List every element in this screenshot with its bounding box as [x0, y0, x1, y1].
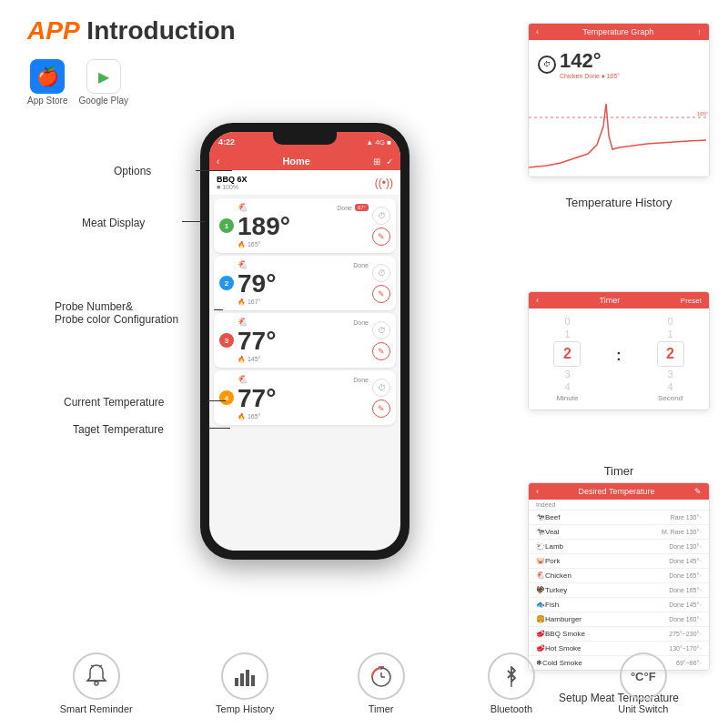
- timer-minutes-col: 0 1 2 3 4 Minute: [553, 316, 581, 402]
- done-badge-1: 67°: [355, 204, 369, 211]
- back-arrow-graph[interactable]: ‹: [536, 27, 539, 36]
- veal-icon: 🐄: [536, 528, 545, 536]
- probe-left-3: 3: [219, 333, 234, 348]
- svg-rect-8: [235, 678, 238, 686]
- check-icon[interactable]: ✓: [386, 157, 393, 167]
- hamburger-name: Hamburger: [545, 615, 669, 623]
- meat-row-pork[interactable]: 🐷 Pork Done 145° ›: [529, 554, 709, 569]
- unit-switch-icon-circle: °C°F: [620, 652, 667, 700]
- beef-arrow: ›: [699, 513, 702, 521]
- back-arrow-timer[interactable]: ‹: [536, 296, 539, 305]
- share-icon-graph[interactable]: ↑: [697, 27, 702, 36]
- probe-done-2: Done: [353, 262, 369, 268]
- timer-seconds[interactable]: 2: [657, 341, 684, 367]
- meat-row-beef[interactable]: 🐄 Beef Rare 130° ›: [529, 511, 709, 525]
- turkey-arrow: ›: [699, 586, 702, 594]
- timer-separator: :: [616, 348, 621, 364]
- probe-number-3: 3: [219, 333, 234, 348]
- google-icon: ▶: [86, 59, 121, 94]
- meat-row-fish[interactable]: 🐟 Fish Done 145° ›: [529, 598, 709, 612]
- beef-icon: 🐄: [536, 513, 545, 521]
- probe-left-1: 1: [219, 218, 234, 233]
- fish-arrow: ›: [699, 601, 702, 609]
- timer-min-above2: 1: [564, 329, 570, 339]
- phone-notch: [273, 132, 337, 145]
- phone-container: 4:22 ▲ 4G ■ ‹ Home ⊞ ✓ BBQ 6X ■ 100% ((•…: [200, 123, 410, 560]
- edit-icon-meat[interactable]: ✎: [694, 487, 702, 496]
- bottom-item-bluetooth[interactable]: Bluetooth: [488, 652, 535, 714]
- pork-name: Pork: [545, 557, 669, 565]
- meat-row-chicken[interactable]: 🐔 Chicken Done 165° ›: [529, 569, 709, 583]
- chicken-name: Chicken: [545, 571, 669, 580]
- probe-alert-btn-1[interactable]: ⏱: [372, 207, 390, 225]
- turkey-name: Turkey: [545, 586, 669, 594]
- probe-edit-btn-4[interactable]: ✎: [372, 399, 390, 418]
- lamb-temp: Done 130°: [669, 543, 699, 550]
- back-arrow-meat[interactable]: ‹: [536, 487, 539, 496]
- app-header: ‹ Home ⊞ ✓: [209, 152, 400, 170]
- meat-panel: ‹ Desired Temperature ✎ Indeed 🐄 Beef Ra…: [528, 482, 710, 671]
- chicken-arrow: ›: [699, 571, 702, 580]
- probe-mid-4: 🐔 Done 77° 🔥 165°: [234, 375, 372, 420]
- probe-card-2: 2 🐔 Done 79° 🔥 167° ⏱ ✎: [214, 256, 396, 310]
- bottom-item-temp-history[interactable]: Temp History: [216, 652, 274, 714]
- timer-second-label: Second: [658, 394, 682, 402]
- probe-edit-btn-1[interactable]: ✎: [372, 228, 390, 246]
- probe-config-label: Probe Number&: [55, 300, 178, 313]
- menu-icon[interactable]: ⊞: [373, 157, 380, 167]
- probe-alert-btn-4[interactable]: ⏱: [372, 379, 390, 397]
- hamburger-icon: 🍔: [536, 615, 545, 623]
- temp-graph-body: ⏱ 142° Chicken Done ♦ 165° 165°: [529, 40, 709, 177]
- meat-row-bbq[interactable]: 🥩 BBQ Smoke 275°~230° ›: [529, 627, 709, 642]
- timer-panel: ‹ Timer Preset 0 1 2 3 4 Minute : 0 1 2 …: [528, 291, 710, 410]
- veal-temp: M. Rare 130°: [662, 529, 699, 535]
- current-temp-label: Current Temperature: [64, 396, 165, 409]
- options-label: Options: [114, 165, 151, 177]
- meat-row-lamb[interactable]: 🐑 Lamb Done 130° ›: [529, 540, 709, 554]
- timer-minutes[interactable]: 2: [553, 341, 581, 367]
- probe-edit-btn-3[interactable]: ✎: [372, 342, 390, 360]
- temp-graph-title: Temperature Graph: [582, 27, 653, 36]
- bluetooth-label: Bluetooth: [490, 703, 532, 714]
- bell-icon: [84, 663, 109, 689]
- meat-row-hamburger[interactable]: 🍔 Hamburger Done 160° ›: [529, 612, 709, 627]
- timer-seconds-col: 0 1 2 3 4 Second: [657, 316, 684, 402]
- probe-mid-2: 🐔 Done 79° 🔥 167°: [234, 260, 372, 306]
- bottom-item-timer[interactable]: Timer: [358, 652, 405, 714]
- chicken-icon: 🐔: [536, 571, 545, 580]
- probe-number-1: 1: [219, 218, 234, 233]
- wifi-icon: ((•)): [375, 177, 393, 189]
- probe-alert-btn-3[interactable]: ⏱: [372, 321, 390, 339]
- pork-arrow: ›: [699, 557, 702, 565]
- fish-name: Fish: [545, 601, 669, 609]
- probe-done-1: Done: [337, 205, 352, 211]
- timer-min-below: 3: [564, 369, 570, 379]
- probe-number-2: 2: [219, 276, 234, 290]
- meat-row-veal[interactable]: 🐄 Veal M. Rare 130° ›: [529, 525, 709, 540]
- timer-sec-above: 0: [667, 316, 672, 327]
- hotsmoke-temp: 130°~170°: [669, 645, 699, 652]
- status-icons: ▲ 4G ■: [366, 138, 391, 147]
- bottom-item-reminder[interactable]: Smart Reminder: [60, 652, 133, 714]
- lamb-icon: 🐑: [536, 542, 545, 551]
- appstore-badge[interactable]: 🍎 App Store: [27, 59, 67, 106]
- device-row: BBQ 6X ■ 100% ((•)): [209, 170, 400, 196]
- timer-nav-label: Timer: [369, 703, 394, 714]
- probe-number-4: 4: [219, 390, 234, 405]
- timer-icon-circle: [358, 652, 405, 700]
- temp-history-icon-circle: [221, 652, 268, 700]
- title-intro: Introduction: [80, 16, 236, 45]
- phone-screen: 4:22 ▲ 4G ■ ‹ Home ⊞ ✓ BBQ 6X ■ 100% ((•…: [209, 132, 400, 551]
- probe-meat-icon-4: 🐔: [238, 375, 248, 384]
- probe-alert-btn-2[interactable]: ⏱: [372, 264, 390, 282]
- googleplay-badge[interactable]: ▶ Google Play: [78, 59, 127, 106]
- meat-row-turkey[interactable]: 🦃 Turkey Done 165° ›: [529, 583, 709, 598]
- probe-edit-btn-2[interactable]: ✎: [372, 285, 390, 303]
- probe-target-4: 🔥 165°: [238, 413, 369, 420]
- probe-temp-3: 77°: [238, 327, 369, 356]
- bottom-item-unit-switch[interactable]: °C°F Unit Switch: [618, 652, 668, 714]
- timer-sec-below2: 4: [667, 381, 672, 392]
- timer-header-title: Timer: [600, 296, 621, 305]
- probe-target-1: 🔥 165°: [238, 241, 369, 248]
- probe-target-2: 🔥 167°: [238, 298, 369, 306]
